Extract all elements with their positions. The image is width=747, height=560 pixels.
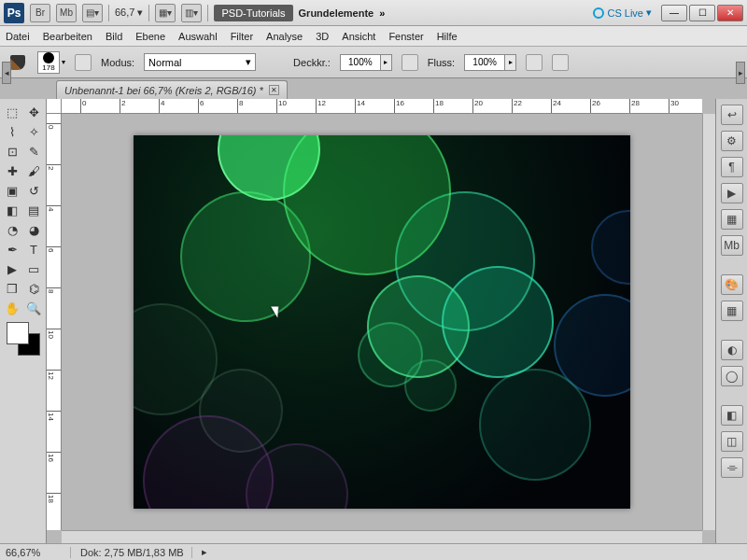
status-flyout[interactable]: ▸ [202,546,207,558]
move-tool[interactable]: ✥ [23,103,44,121]
swatches-panel[interactable]: ▦ [721,301,743,321]
right-panel-dock: ↩⚙¶▶▦Mb🎨▦◐◯◧◫⌯ [715,99,747,543]
horizontal-ruler[interactable]: 024681012141618202224262830 [62,99,702,114]
menu-bild[interactable]: Bild [106,31,122,42]
pen-tool[interactable]: ✒ [2,240,22,259]
stamp-tool[interactable]: ▣ [2,181,22,200]
ruler-tick: 18 [433,99,444,114]
menu-ansicht[interactable]: Ansicht [342,31,375,42]
tab-close-button[interactable]: ✕ [269,85,279,95]
actions-panel[interactable]: ▶ [721,183,743,203]
menubar: DateiBearbeitenBildEbeneAuswahlFilterAna… [0,26,747,47]
document-tab[interactable]: Unbenannt-1 bei 66,7% (Kreis 2, RGB/16) … [56,80,288,99]
brush-panel-toggle[interactable] [75,54,92,71]
options-bar: 178 ▾ Modus: Normal▾ Deckkr.: 100% ▸ Flu… [0,47,747,78]
color-panel[interactable]: 🎨 [721,274,743,295]
menu-analyse[interactable]: Analyse [266,31,303,42]
extras-button[interactable]: ▥▾ [181,4,202,22]
dodge-tool[interactable]: ◕ [23,220,44,239]
history-brush-tool[interactable]: ↺ [23,181,44,200]
flow-input[interactable]: 100% [464,54,505,71]
blend-mode-select[interactable]: Normal▾ [144,53,256,71]
ruler-tick: 12 [316,99,326,114]
adjustments-panel[interactable]: ◐ [721,340,743,360]
flow-flyout[interactable]: ▸ [505,54,516,71]
left-dock-toggle[interactable]: ◂ [2,62,11,84]
ruler-tick: 10 [47,329,62,339]
ruler-tick: 28 [629,99,640,114]
menu-datei[interactable]: Datei [6,31,30,42]
workspace-more[interactable]: » [379,7,385,19]
healing-tool[interactable]: ✚ [2,161,22,180]
zoom-level[interactable]: 66,7 ▾ [115,7,143,19]
navigator-panel[interactable]: ▦ [721,209,743,230]
menu-bearbeiten[interactable]: Bearbeiten [43,31,92,42]
status-zoom[interactable]: 66,67% [6,547,71,558]
workspace-grundelemente[interactable]: Grundelemente [299,7,374,19]
menu-hilfe[interactable]: Hilfe [437,31,458,42]
mode-label: Modus: [101,57,134,68]
eraser-tool[interactable]: ◧ [2,201,22,219]
vertical-ruler[interactable]: 024681012141618 [47,114,62,530]
ruler-tick: 14 [47,411,62,421]
layers-panel[interactable]: ◧ [721,405,743,426]
eyedropper-tool[interactable]: ✎ [23,142,44,161]
ruler-origin[interactable] [47,99,62,114]
opacity-pressure-toggle[interactable] [402,54,418,71]
bokeh-circle [479,369,591,481]
right-dock-toggle[interactable]: ▸ [736,62,745,84]
blur-tool[interactable]: ◔ [2,220,22,239]
document-tab-bar: Unbenannt-1 bei 66,7% (Kreis 2, RGB/16) … [0,78,747,99]
canvas-viewport[interactable] [62,114,702,530]
window-minimize-button[interactable]: — [661,5,687,21]
brush-tool[interactable]: 🖌 [23,161,44,180]
ruler-tick: 26 [590,99,600,114]
3d-tool[interactable]: ❒ [2,279,22,298]
history-panel[interactable]: ↩ [721,105,743,125]
gradient-tool[interactable]: ▤ [23,201,44,219]
bridge-button[interactable]: Br [30,4,50,22]
foreground-color-swatch[interactable] [7,322,29,344]
masks-panel[interactable]: ◯ [721,366,743,386]
opacity-input[interactable]: 100% [340,54,381,71]
zoom-tool[interactable]: 🔍 [23,299,44,317]
minibridge-panel[interactable]: Mb [721,235,743,256]
menu-fenster[interactable]: Fenster [388,31,423,42]
menu-3d[interactable]: 3D [316,31,329,42]
color-swatches[interactable] [7,322,40,356]
type-tool[interactable]: T [23,240,44,259]
paragraph-panel[interactable]: ¶ [721,157,743,177]
lasso-tool[interactable]: ⌇ [2,122,22,141]
screen-mode-button[interactable]: ▦▾ [155,4,176,22]
opacity-flyout[interactable]: ▸ [381,54,392,71]
shape-tool[interactable]: ▭ [23,259,44,278]
3d-camera-tool[interactable]: ⌬ [23,279,44,298]
canvas-area: 024681012141618202224262830 024681012141… [47,99,715,543]
window-maximize-button[interactable]: ☐ [689,5,715,21]
properties-panel[interactable]: ⚙ [721,131,743,151]
crop-tool[interactable]: ⊡ [2,142,22,161]
cslive-menu[interactable]: CS Live ▾ [593,7,652,19]
workspace-psd-tutorials[interactable]: PSD-Tutorials [214,5,292,21]
magic-wand-tool[interactable]: ✧ [23,122,44,141]
ruler-tick: 0 [80,99,86,114]
brush-preset-picker[interactable]: 178 [37,51,60,74]
marquee-tool[interactable]: ⬚ [2,103,22,121]
tablet-pressure-toggle[interactable] [552,54,569,71]
vertical-scrollbar[interactable] [702,114,715,530]
status-document-size[interactable]: Dok: 2,75 MB/1,83 MB [80,547,192,558]
window-close-button[interactable]: ✕ [717,5,743,21]
path-select-tool[interactable]: ▶ [2,259,22,278]
menu-filter[interactable]: Filter [231,31,253,42]
horizontal-scrollbar[interactable] [62,530,702,543]
airbrush-toggle[interactable] [526,54,543,71]
menu-auswahl[interactable]: Auswahl [178,31,218,42]
channels-panel[interactable]: ◫ [721,431,743,452]
flow-label: Fluss: [428,57,455,68]
canvas-image[interactable] [134,135,630,509]
minibridge-button[interactable]: Mb [56,4,77,22]
view-arrangement-button[interactable]: ▤▾ [82,4,103,22]
menu-ebene[interactable]: Ebene [135,31,165,42]
paths-panel[interactable]: ⌯ [721,457,743,478]
hand-tool[interactable]: ✋ [2,299,22,317]
